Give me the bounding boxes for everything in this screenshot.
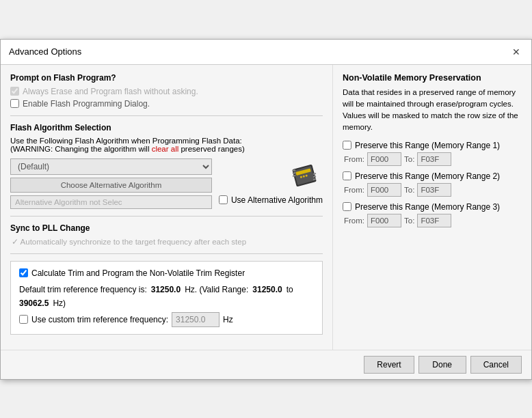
nvmp-title: Non-Volatile Memory Preservation bbox=[343, 73, 522, 83]
separator-3 bbox=[10, 253, 323, 254]
range2-checkbox[interactable] bbox=[343, 171, 351, 180]
choose-alt-algo-button[interactable]: Choose Alternative Algorithm bbox=[10, 178, 212, 193]
always-erase-label: Always Erase and Program flash without a… bbox=[23, 87, 198, 96]
algo-dropdown[interactable]: (Default) bbox=[10, 158, 212, 175]
range1-label[interactable]: Preserve this Range (Memory Range 1) bbox=[355, 141, 500, 150]
range3-checkbox[interactable] bbox=[343, 202, 351, 211]
separator-1 bbox=[10, 115, 323, 116]
trim-title-row: Calculate Trim and Program the Non-Volat… bbox=[19, 268, 314, 278]
range3-from-label: From: bbox=[344, 217, 364, 225]
range1-from-row: From: To: bbox=[343, 152, 522, 166]
svg-line-7 bbox=[313, 179, 316, 180]
range1-to-label: To: bbox=[404, 155, 414, 163]
trim-freq-row: Default trim reference frequency is: 312… bbox=[19, 285, 314, 308]
custom-freq-label[interactable]: Use custom trim reference frequency: bbox=[31, 315, 168, 324]
range2-from-row: From: To: bbox=[343, 183, 522, 197]
hz-custom: Hz bbox=[223, 315, 233, 324]
revert-button[interactable]: Revert bbox=[364, 356, 414, 374]
flash-algo-desc: Use the Following Flash Algorithm when P… bbox=[10, 137, 323, 153]
range-min: 31250.0 bbox=[252, 285, 282, 294]
range1-checkbox[interactable] bbox=[343, 141, 351, 150]
preserve-block-2: Preserve this Range (Memory Range 2) Fro… bbox=[343, 171, 522, 197]
range3-from-input[interactable] bbox=[367, 214, 401, 227]
range2-label[interactable]: Preserve this Range (Memory Range 2) bbox=[355, 171, 500, 181]
range2-to-input[interactable] bbox=[417, 183, 451, 197]
enable-flash-checkbox[interactable] bbox=[10, 99, 19, 108]
hz-end: Hz) bbox=[53, 298, 66, 308]
default-freq-value: 31250.0 bbox=[151, 285, 181, 294]
svg-line-2 bbox=[293, 170, 295, 171]
left-panel: Prompt on Flash Program? Always Erase an… bbox=[1, 65, 333, 350]
range3-label[interactable]: Preserve this Range (Memory Range 3) bbox=[355, 202, 500, 212]
custom-freq-input[interactable] bbox=[172, 312, 220, 327]
footer: Revert Done Cancel bbox=[1, 350, 531, 379]
range2-to-label: To: bbox=[404, 186, 414, 194]
prompt-section-title: Prompt on Flash Program? bbox=[10, 73, 323, 83]
warning-all: clear all bbox=[152, 145, 179, 153]
svg-line-5 bbox=[313, 173, 316, 174]
use-alt-row: Use Alternative Algorithm bbox=[219, 195, 323, 205]
svg-line-3 bbox=[293, 173, 295, 173]
enable-flash-row: Enable Flash Programming Dialog. bbox=[10, 99, 323, 109]
flash-chip-icon bbox=[290, 158, 323, 191]
default-freq-label: Default trim reference frequency is: bbox=[19, 285, 147, 294]
algo-controls: (Default) Choose Alternative Algorithm A… bbox=[10, 158, 323, 209]
algo-right: Use Alternative Algorithm bbox=[219, 158, 323, 205]
advanced-options-dialog: Advanced Options ✕ Prompt on Flash Progr… bbox=[0, 39, 532, 380]
main-content: Prompt on Flash Program? Always Erase an… bbox=[1, 65, 531, 350]
trim-section: Calculate Trim and Program the Non-Volat… bbox=[10, 261, 323, 335]
algo-left: (Default) Choose Alternative Algorithm A… bbox=[10, 158, 212, 209]
trim-custom-row: Use custom trim reference frequency: Hz bbox=[19, 312, 314, 327]
preserve-block-1: Preserve this Range (Memory Range 1) Fro… bbox=[343, 141, 522, 166]
svg-line-6 bbox=[313, 176, 316, 177]
sync-title: Sync to PLL Change bbox=[10, 223, 323, 233]
flash-algo-title: Flash Algorithm Selection bbox=[10, 123, 323, 133]
range1-to-input[interactable] bbox=[417, 152, 451, 166]
title-bar: Advanced Options ✕ bbox=[1, 40, 531, 65]
calc-trim-label[interactable]: Calculate Trim and Program the Non-Volat… bbox=[31, 268, 245, 278]
always-erase-row: Always Erase and Program flash without a… bbox=[10, 87, 323, 96]
preserve-row-1: Preserve this Range (Memory Range 1) bbox=[343, 141, 522, 150]
range3-from-row: From: To: bbox=[343, 214, 522, 227]
range3-to-label: To: bbox=[404, 217, 414, 225]
use-alt-checkbox[interactable] bbox=[219, 195, 228, 204]
range2-from-input[interactable] bbox=[367, 183, 401, 197]
range1-from-label: From: bbox=[344, 155, 364, 163]
range3-to-input[interactable] bbox=[417, 214, 451, 227]
flash-algo-desc-line1: Use the Following Flash Algorithm when P… bbox=[10, 137, 242, 145]
preserve-block-3: Preserve this Range (Memory Range 3) Fro… bbox=[343, 202, 522, 227]
flash-algo-desc-line2: (WARNING: Changing the algorithm will cl… bbox=[10, 145, 245, 153]
enable-flash-label[interactable]: Enable Flash Programming Dialog. bbox=[23, 99, 150, 109]
range1-from-input[interactable] bbox=[367, 152, 401, 166]
hz-label: Hz. (Valid Range: bbox=[185, 285, 248, 294]
custom-freq-checkbox[interactable] bbox=[19, 315, 28, 324]
to-label: to bbox=[287, 285, 293, 294]
sync-auto-label: ✓ Automatically synchronize to the targe… bbox=[10, 237, 323, 247]
dialog-title: Advanced Options bbox=[9, 46, 81, 57]
preserve-row-3: Preserve this Range (Memory Range 3) bbox=[343, 202, 522, 212]
always-erase-checkbox bbox=[10, 87, 19, 96]
range-max: 39062.5 bbox=[19, 298, 49, 308]
nvmp-desc: Data that resides in a preserved range o… bbox=[343, 87, 522, 134]
range2-from-label: From: bbox=[344, 186, 364, 194]
calc-trim-checkbox[interactable] bbox=[19, 268, 28, 277]
svg-line-4 bbox=[293, 176, 295, 176]
preserve-row-2: Preserve this Range (Memory Range 2) bbox=[343, 171, 522, 181]
right-panel: Non-Volatile Memory Preservation Data th… bbox=[333, 65, 531, 350]
separator-2 bbox=[10, 216, 323, 217]
done-button[interactable]: Done bbox=[418, 356, 466, 374]
alt-not-selected-label: Alternative Algorithm not Selec bbox=[10, 195, 212, 209]
cancel-button[interactable]: Cancel bbox=[470, 356, 522, 374]
flash-algo-section: Flash Algorithm Selection Use the Follow… bbox=[10, 123, 323, 209]
use-alt-label[interactable]: Use Alternative Algorithm bbox=[231, 195, 323, 205]
sync-section: Sync to PLL Change ✓ Automatically synch… bbox=[10, 223, 323, 247]
close-button[interactable]: ✕ bbox=[509, 45, 523, 59]
